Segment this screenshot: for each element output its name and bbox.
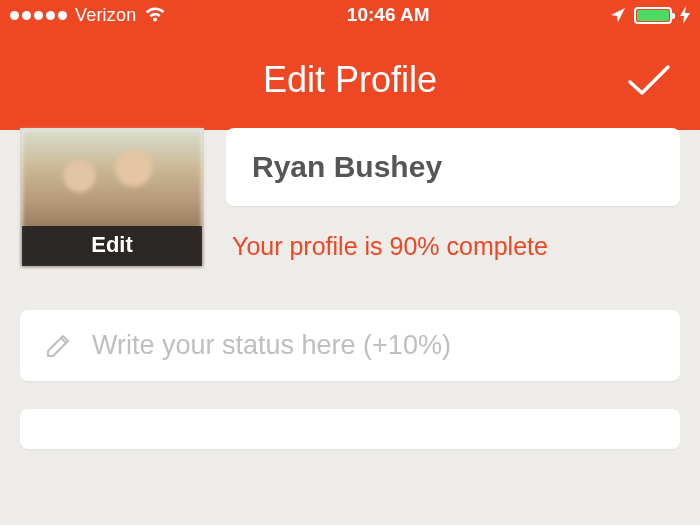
profile-top-row: Edit Ryan Bushey Your profile is 90% com… bbox=[20, 130, 680, 268]
content-area: Edit Ryan Bushey Your profile is 90% com… bbox=[0, 130, 700, 449]
charging-icon bbox=[680, 6, 690, 24]
profile-completion-label: Your profile is 90% complete bbox=[232, 232, 680, 261]
location-icon bbox=[610, 7, 626, 23]
nav-bar: Edit Profile bbox=[0, 30, 700, 130]
additional-card[interactable] bbox=[20, 409, 680, 449]
status-right bbox=[610, 6, 690, 24]
app-header: Verizon 10:46 AM Edit Profile bbox=[0, 0, 700, 130]
pencil-icon bbox=[44, 332, 72, 360]
profile-name: Ryan Bushey bbox=[252, 150, 654, 184]
confirm-button[interactable] bbox=[626, 62, 672, 98]
status-left: Verizon bbox=[10, 5, 166, 26]
avatar-edit-button[interactable]: Edit bbox=[22, 226, 202, 266]
status-bar: Verizon 10:46 AM bbox=[0, 0, 700, 30]
signal-strength-icon bbox=[10, 11, 67, 20]
status-card[interactable] bbox=[20, 310, 680, 381]
page-title: Edit Profile bbox=[263, 59, 437, 101]
clock-label: 10:46 AM bbox=[347, 4, 430, 26]
battery-icon bbox=[634, 7, 672, 24]
wifi-icon bbox=[144, 7, 166, 23]
avatar-container[interactable]: Edit bbox=[20, 128, 204, 268]
status-input[interactable] bbox=[92, 330, 656, 361]
checkmark-icon bbox=[626, 62, 672, 98]
profile-right-column: Ryan Bushey Your profile is 90% complete bbox=[226, 130, 680, 261]
carrier-label: Verizon bbox=[75, 5, 136, 26]
name-card[interactable]: Ryan Bushey bbox=[226, 128, 680, 206]
